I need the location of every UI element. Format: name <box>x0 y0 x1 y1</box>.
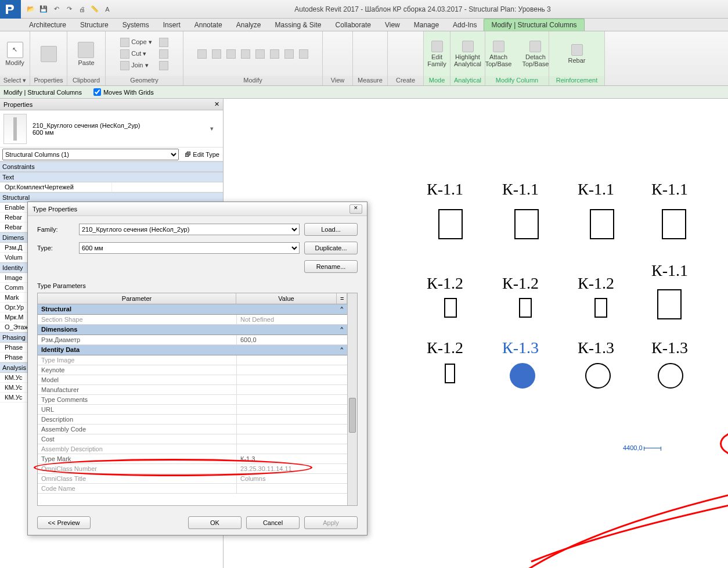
rename-button[interactable]: Rename... <box>304 260 358 273</box>
column-circle[interactable] <box>658 363 683 389</box>
modify-tool-icon[interactable] <box>283 49 295 59</box>
family-select[interactable]: 210_Круглого сечения (НесКол_2ур) <box>79 224 300 235</box>
highlight-analytical-button[interactable]: Highlight Analytical <box>451 39 485 69</box>
modify-tool[interactable]: ↖Modify <box>2 41 27 67</box>
column-rect[interactable] <box>444 298 457 318</box>
tab-systems[interactable]: Systems <box>116 19 156 31</box>
column-rect[interactable] <box>657 289 682 319</box>
geom-tool-1[interactable] <box>157 37 170 48</box>
column-tag[interactable]: К-1.3 <box>578 339 614 357</box>
column-tag[interactable]: К-1.2 <box>427 274 463 293</box>
load-button[interactable]: Load... <box>304 223 358 236</box>
column-rect[interactable] <box>438 209 463 239</box>
join-button[interactable]: Join ▾ <box>118 60 153 71</box>
param-group-header[interactable]: Dimensions⌃ <box>38 325 347 335</box>
properties-filter-select[interactable]: Structural Columns (1) <box>2 149 179 160</box>
property-group[interactable]: Constraints <box>0 161 223 172</box>
cancel-button[interactable]: Cancel <box>246 516 300 529</box>
column-rect[interactable] <box>594 298 607 318</box>
param-row[interactable]: Manufacturer <box>38 385 347 395</box>
type-selector[interactable]: 210_Круглого сечения (НесКол_2ур) 600 мм… <box>0 110 223 148</box>
param-row[interactable]: Type MarkК-1.3 <box>38 454 347 464</box>
column-tag[interactable]: К-1.2 <box>578 274 614 293</box>
column-tag[interactable]: К-1.3 <box>651 339 688 357</box>
column-rect[interactable] <box>445 364 455 383</box>
param-row[interactable]: OmniClass Number23.25.30.11.14.11 <box>38 464 347 474</box>
column-tag[interactable]: К-1.1 <box>578 180 614 199</box>
param-row[interactable]: Type Image <box>38 355 347 365</box>
tab-addins[interactable]: Add-Ins <box>446 19 484 31</box>
property-group[interactable]: Text <box>0 172 223 182</box>
cope-button[interactable]: Cope ▾ <box>118 37 153 48</box>
column-circle[interactable] <box>585 363 611 389</box>
modify-tool-icon[interactable] <box>239 49 252 59</box>
cut-button[interactable]: Cut ▾ <box>118 49 153 59</box>
param-group-header[interactable]: Identity Data⌃ <box>38 345 347 355</box>
column-circle[interactable] <box>510 363 535 389</box>
paste-button[interactable]: Paste <box>74 41 98 67</box>
measure-icon[interactable]: 📏 <box>89 4 100 15</box>
column-tag[interactable]: К-1.1 <box>651 180 688 199</box>
tab-massing[interactable]: Massing & Site <box>268 19 329 31</box>
property-row[interactable]: Орг.КомплектЧертежей <box>0 182 223 192</box>
tab-annotate[interactable]: Annotate <box>188 19 229 31</box>
edit-type-button[interactable]: 🗊 Edit Type <box>181 151 223 158</box>
geom-tool-3[interactable] <box>157 60 170 71</box>
print-icon[interactable]: 🖨 <box>77 4 87 15</box>
column-tag[interactable]: К-1.2 <box>427 339 463 357</box>
app-menu-button[interactable] <box>0 0 21 19</box>
param-row[interactable]: Keynote <box>38 365 347 375</box>
dialog-close-button[interactable]: ✕ <box>349 204 362 214</box>
modify-tool-icon[interactable] <box>297 49 310 59</box>
modify-tool-icon[interactable] <box>210 49 223 59</box>
column-rect[interactable] <box>519 298 532 318</box>
scrollbar[interactable] <box>347 293 357 505</box>
moves-with-grids-checkbox[interactable]: Moves With Grids <box>93 88 154 96</box>
preview-button[interactable]: << Preview <box>37 516 91 529</box>
chevron-down-icon[interactable]: ▾ <box>210 125 219 132</box>
type-select[interactable]: 600 мм <box>79 242 300 254</box>
column-tag[interactable]: К-1.1 <box>651 261 688 280</box>
param-row[interactable]: Рзм.Диаметр600,0 <box>38 335 347 345</box>
tab-manage[interactable]: Manage <box>407 19 446 31</box>
column-tag[interactable]: К-1.1 <box>502 180 539 199</box>
tab-insert[interactable]: Insert <box>156 19 188 31</box>
detach-button[interactable]: Detach Top/Base <box>519 39 553 69</box>
tab-structure[interactable]: Structure <box>73 19 116 31</box>
param-row[interactable]: Assembly Description <box>38 444 347 454</box>
text-icon[interactable]: A <box>102 4 113 15</box>
param-row[interactable]: Assembly Code <box>38 425 347 434</box>
param-row[interactable]: OmniClass TitleColumns <box>38 474 347 484</box>
param-row[interactable]: Description <box>38 415 347 425</box>
temp-dimension-horizontal[interactable]: 4400,0 <box>623 444 661 451</box>
edit-family-button[interactable]: Edit Family <box>424 39 449 69</box>
column-tag[interactable]: К-1.2 <box>502 274 539 293</box>
scrollbar-thumb[interactable] <box>349 398 356 433</box>
param-row[interactable]: Type Comments <box>38 395 347 405</box>
param-row[interactable]: URL <box>38 405 347 415</box>
column-rect[interactable] <box>514 209 539 239</box>
column-tag[interactable]: К-1.1 <box>427 180 463 199</box>
save-icon[interactable]: 💾 <box>38 4 49 15</box>
close-icon[interactable]: ✕ <box>214 100 219 108</box>
apply-button[interactable]: Apply <box>304 516 358 529</box>
undo-icon[interactable]: ↶ <box>51 4 62 15</box>
tab-architecture[interactable]: Architecture <box>22 19 73 31</box>
param-group-header[interactable]: Structural⌃ <box>38 304 347 315</box>
param-row[interactable]: Cost <box>38 434 347 444</box>
modify-tool-icon[interactable] <box>254 49 266 59</box>
attach-button[interactable]: Attach Top/Base <box>482 39 516 69</box>
tab-modify-structural-columns[interactable]: Modify | Structural Columns <box>484 19 584 31</box>
param-row[interactable]: Model <box>38 375 347 385</box>
tab-view[interactable]: View <box>378 19 407 31</box>
column-rect[interactable] <box>662 209 686 239</box>
modify-tool-icon[interactable] <box>196 49 208 59</box>
tab-collaborate[interactable]: Collaborate <box>329 19 378 31</box>
duplicate-button[interactable]: Duplicate... <box>304 242 358 254</box>
column-rect[interactable] <box>590 209 614 239</box>
open-icon[interactable]: 📂 <box>26 4 36 15</box>
geom-tool-2[interactable] <box>157 49 170 59</box>
tab-analyze[interactable]: Analyze <box>229 19 268 31</box>
rebar-button[interactable]: Rebar <box>565 43 589 65</box>
modify-tool-icon[interactable] <box>268 49 281 59</box>
